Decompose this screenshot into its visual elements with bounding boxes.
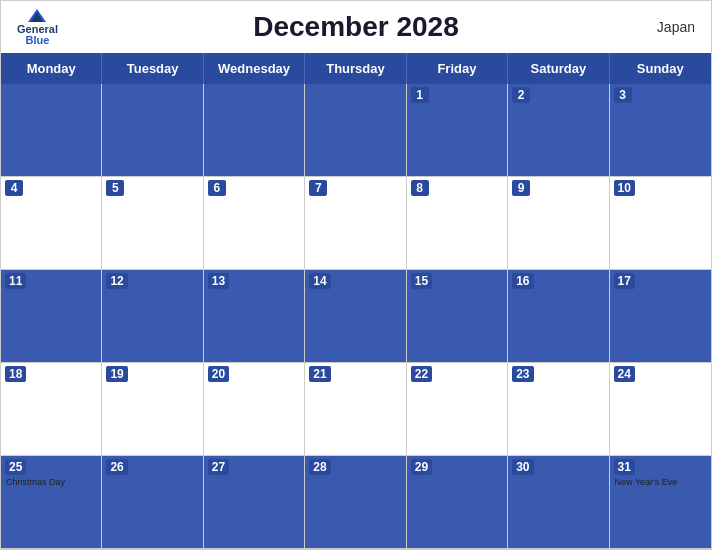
day-cell: 20 xyxy=(204,363,305,456)
day-cell: 5 xyxy=(102,177,203,270)
day-number: 21 xyxy=(309,366,330,382)
day-number: 3 xyxy=(614,87,632,103)
day-cell: 26 xyxy=(102,456,203,549)
calendar-grid: 1234567891011121314151617181920212223242… xyxy=(1,84,711,549)
day-number: 11 xyxy=(5,273,26,289)
calendar: General Blue December 2028 Japan Monday … xyxy=(0,0,712,550)
day-number: 15 xyxy=(411,273,432,289)
day-cell: 25Christmas Day xyxy=(1,456,102,549)
day-cell: 15 xyxy=(407,270,508,363)
day-cell: 4 xyxy=(1,177,102,270)
day-cell: 23 xyxy=(508,363,609,456)
day-header-thursday: Thursday xyxy=(305,53,406,84)
day-header-sunday: Sunday xyxy=(610,53,711,84)
day-cell: 2 xyxy=(508,84,609,177)
event-label: New Year's Eve xyxy=(615,477,706,488)
day-cell: 10 xyxy=(610,177,711,270)
day-cell: 19 xyxy=(102,363,203,456)
day-header-friday: Friday xyxy=(407,53,508,84)
page-title: December 2028 xyxy=(253,11,458,43)
day-number: 4 xyxy=(5,180,23,196)
day-cell: 22 xyxy=(407,363,508,456)
logo: General Blue xyxy=(17,9,58,46)
day-cell: 16 xyxy=(508,270,609,363)
day-cell: 28 xyxy=(305,456,406,549)
day-number: 12 xyxy=(106,273,127,289)
day-cell xyxy=(1,84,102,177)
day-number: 29 xyxy=(411,459,432,475)
country-label: Japan xyxy=(657,19,695,35)
day-header-tuesday: Tuesday xyxy=(102,53,203,84)
day-number: 18 xyxy=(5,366,26,382)
day-cell: 3 xyxy=(610,84,711,177)
day-number: 30 xyxy=(512,459,533,475)
day-cell: 29 xyxy=(407,456,508,549)
day-cell: 9 xyxy=(508,177,609,270)
day-cell xyxy=(204,84,305,177)
day-cell: 31New Year's Eve xyxy=(610,456,711,549)
day-number: 16 xyxy=(512,273,533,289)
day-number: 31 xyxy=(614,459,635,475)
day-number: 28 xyxy=(309,459,330,475)
day-number: 7 xyxy=(309,180,327,196)
logo-bird-icon xyxy=(28,9,46,23)
day-cell: 13 xyxy=(204,270,305,363)
day-cell: 6 xyxy=(204,177,305,270)
day-header-monday: Monday xyxy=(1,53,102,84)
day-number: 2 xyxy=(512,87,530,103)
day-cell xyxy=(102,84,203,177)
day-number: 5 xyxy=(106,180,124,196)
day-cell: 30 xyxy=(508,456,609,549)
day-header-saturday: Saturday xyxy=(508,53,609,84)
day-header-wednesday: Wednesday xyxy=(204,53,305,84)
day-cell: 8 xyxy=(407,177,508,270)
day-number: 10 xyxy=(614,180,635,196)
day-cell: 27 xyxy=(204,456,305,549)
day-number: 25 xyxy=(5,459,26,475)
day-number: 20 xyxy=(208,366,229,382)
day-number: 8 xyxy=(411,180,429,196)
day-cell: 11 xyxy=(1,270,102,363)
day-number: 6 xyxy=(208,180,226,196)
day-cell: 21 xyxy=(305,363,406,456)
day-number: 22 xyxy=(411,366,432,382)
day-number: 23 xyxy=(512,366,533,382)
day-cell: 24 xyxy=(610,363,711,456)
day-number: 1 xyxy=(411,87,429,103)
day-number: 14 xyxy=(309,273,330,289)
day-number: 19 xyxy=(106,366,127,382)
day-number: 24 xyxy=(614,366,635,382)
day-number: 27 xyxy=(208,459,229,475)
day-number: 26 xyxy=(106,459,127,475)
day-number: 13 xyxy=(208,273,229,289)
day-cell: 7 xyxy=(305,177,406,270)
day-cell: 1 xyxy=(407,84,508,177)
day-number: 17 xyxy=(614,273,635,289)
calendar-header: General Blue December 2028 Japan xyxy=(1,1,711,53)
logo-blue: Blue xyxy=(26,35,50,46)
day-cell xyxy=(305,84,406,177)
day-headers-row: Monday Tuesday Wednesday Thursday Friday… xyxy=(1,53,711,84)
event-label: Christmas Day xyxy=(6,477,96,488)
day-cell: 12 xyxy=(102,270,203,363)
day-cell: 17 xyxy=(610,270,711,363)
day-number: 9 xyxy=(512,180,530,196)
day-cell: 14 xyxy=(305,270,406,363)
day-cell: 18 xyxy=(1,363,102,456)
